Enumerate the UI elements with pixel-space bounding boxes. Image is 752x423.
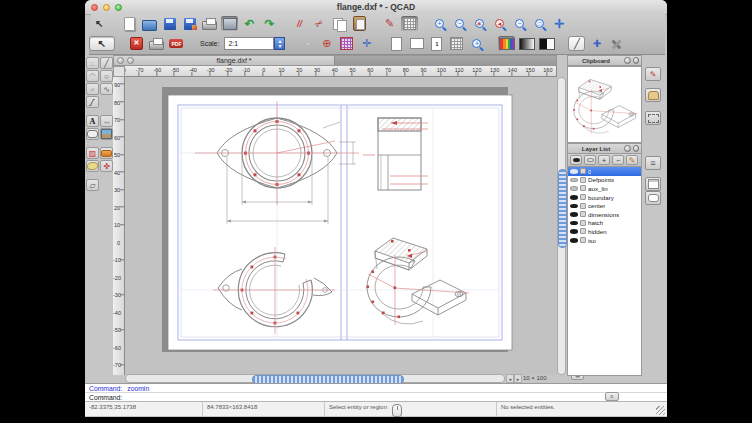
single-page-button[interactable]: 1 [428,36,445,51]
redo-button[interactable] [261,16,278,31]
note-widget-button[interactable] [645,177,661,191]
polyline-tool[interactable] [86,96,99,108]
copy-button[interactable] [331,16,348,31]
center[interactable]: center [568,201,641,210]
arc-tool[interactable] [86,70,99,82]
resize-grip[interactable] [656,406,665,415]
tab-float-button[interactable] [127,57,134,64]
layer-visibility-icon[interactable] [570,237,578,243]
title-bar[interactable]: flange.dxf * - QCAD [85,0,667,15]
pointer-tool-button[interactable] [91,16,108,31]
Defpoints[interactable]: Defpoints [568,176,641,185]
hide-all-layers-button[interactable] [584,155,596,165]
line-tools-button[interactable] [291,16,308,31]
panel-float-button[interactable] [624,57,631,64]
library-browser-button[interactable] [645,88,661,102]
block-tool[interactable] [86,160,99,172]
circle-tool[interactable] [100,70,113,82]
line-tool[interactable] [100,57,113,69]
spline-tool[interactable] [100,83,113,95]
blackwhite-mode-button[interactable] [538,36,555,51]
color-mode-button[interactable] [498,36,515,51]
hatch[interactable]: hatch [568,219,641,228]
panel-close-button[interactable] [633,145,640,152]
horizontal-scrollbar[interactable] [125,374,505,383]
text-tool[interactable] [86,115,99,127]
vertical-scrollbar[interactable] [557,77,566,375]
grid-button[interactable] [401,16,418,31]
solid-fill-tool[interactable] [100,147,113,159]
point-tool[interactable] [86,57,99,69]
help-widget-button[interactable] [645,191,661,205]
center-page-button[interactable] [318,36,335,51]
layer-visibility-icon[interactable] [570,194,578,200]
layer-visibility-icon[interactable] [570,203,578,209]
selection-pointer-button[interactable] [89,36,115,51]
zoom-in-button[interactable] [431,16,448,31]
pen-button[interactable] [381,16,398,31]
page-landscape-button[interactable] [408,36,425,51]
paste-button[interactable] [351,16,368,31]
auto-zoom-button[interactable] [471,16,488,31]
vertical-scroll-thumb[interactable] [558,169,567,248]
save-as-button[interactable] [181,16,198,31]
scroll-left-button[interactable]: ◂ [506,374,514,383]
show-all-layers-button[interactable] [570,155,582,165]
ellipse-tool[interactable] [86,83,99,95]
property-editor-button[interactable] [645,67,661,81]
panel-close-button[interactable] [633,57,640,64]
grayscale-mode-button[interactable] [518,36,535,51]
new-file-button[interactable] [121,16,138,31]
open-file-button[interactable] [141,16,158,31]
pdf-export-button[interactable]: PDF [168,36,185,51]
layer-visibility-icon[interactable] [570,228,578,234]
save-button[interactable] [161,16,178,31]
layer-visibility-icon[interactable] [570,220,578,226]
command-options-button[interactable]: ≡ [605,392,619,401]
zoom-page-button[interactable] [511,16,528,31]
selection-filter-button[interactable] [645,111,661,125]
zoom-tool-button[interactable] [468,36,485,51]
layer-visibility-icon[interactable] [570,185,578,191]
dimension-tool[interactable] [100,115,113,127]
dimensions[interactable]: dimensions [568,210,641,219]
command-input-line[interactable]: Command: [85,392,667,401]
remove-layer-button[interactable]: − [612,155,624,165]
isometric-tool[interactable] [86,179,99,191]
dev-tools-button[interactable] [608,36,625,51]
page-portrait-button[interactable] [388,36,405,51]
deselect-all-button[interactable] [128,36,145,51]
zoom-window-button[interactable] [531,16,548,31]
document-tab[interactable]: flange.dxf * [134,57,334,64]
print-current-button[interactable] [148,36,165,51]
grid-toggle-button[interactable] [448,36,465,51]
previous-view-button[interactable] [491,16,508,31]
drawing-canvas[interactable] [125,77,557,375]
boundary[interactable]: boundary [568,193,641,202]
cut-button[interactable] [311,16,328,31]
line-style-button[interactable] [568,36,585,51]
0[interactable]: 0 [568,167,641,176]
layer-visibility-icon[interactable] [570,211,578,217]
print-button[interactable] [201,16,218,31]
iso[interactable]: iso [568,236,641,245]
point-marker-button[interactable] [588,36,605,51]
aux_lin[interactable]: aux_lin [568,184,641,193]
label-tool[interactable] [86,128,99,140]
layer-visibility-icon[interactable] [570,177,578,183]
scale-combo[interactable]: 2:1 ▲▼ [224,37,285,50]
draft-toggle-button[interactable] [298,36,315,51]
hatch-tool[interactable] [86,147,99,159]
add-layer-button[interactable]: + [598,155,610,165]
snap-tool[interactable] [100,160,113,172]
tab-close-button[interactable] [117,57,124,64]
hatch-preview-button[interactable] [338,36,355,51]
crosshair-button[interactable] [358,36,375,51]
block-list-button[interactable] [645,156,661,170]
scroll-right-button[interactable]: ▸ [514,374,522,383]
print-preview-button[interactable] [221,16,238,31]
layer-visibility-icon[interactable] [570,168,578,174]
undo-button[interactable] [241,16,258,31]
panel-float-button[interactable] [624,145,631,152]
scale-dropdown-button[interactable]: ▲▼ [274,37,285,50]
